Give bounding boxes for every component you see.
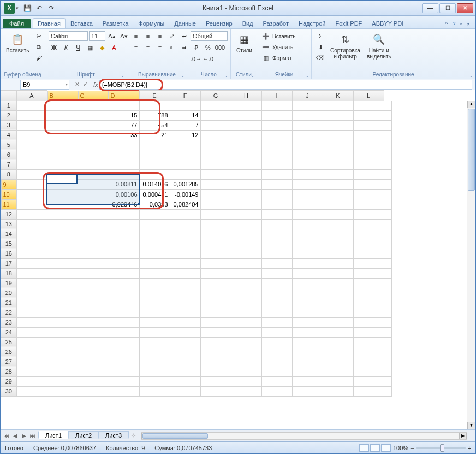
cell-D21[interactable] xyxy=(170,298,200,308)
cell-C19[interactable] xyxy=(139,278,170,288)
cell-D18[interactable] xyxy=(170,268,200,278)
percent-icon[interactable]: % xyxy=(203,43,213,52)
cell-E27[interactable] xyxy=(200,357,231,367)
cell-I26[interactable] xyxy=(323,347,353,357)
cell-E4[interactable] xyxy=(200,130,231,140)
cell-A27[interactable] xyxy=(16,357,47,367)
cell-K28[interactable] xyxy=(384,367,388,376)
cell-J20[interactable] xyxy=(353,288,384,298)
cell-G7[interactable] xyxy=(261,160,292,169)
cell-A10[interactable] xyxy=(16,190,47,199)
cell-B20[interactable] xyxy=(47,288,139,298)
cell-D8[interactable] xyxy=(170,169,200,179)
indent-dec-icon[interactable]: ⇤ xyxy=(166,43,177,52)
cell-D9[interactable]: 0,001285 xyxy=(170,179,200,190)
cell-A18[interactable] xyxy=(16,268,47,278)
horizontal-scrollbar[interactable]: ◀ ▶ xyxy=(141,432,467,440)
view-layout-icon[interactable] xyxy=(370,444,380,452)
qat-dropdown-icon[interactable]: ▾ xyxy=(16,5,19,11)
font-name-select[interactable]: Calibri xyxy=(49,31,88,41)
align-middle-icon[interactable]: ≡ xyxy=(142,31,153,41)
cell-J8[interactable] xyxy=(353,169,384,179)
cell-E8[interactable] xyxy=(200,169,231,179)
cell-G13[interactable] xyxy=(261,219,292,229)
cell-J2[interactable] xyxy=(353,110,384,120)
cell-J7[interactable] xyxy=(353,160,384,169)
cell-I12[interactable] xyxy=(323,209,353,219)
cut-icon[interactable]: ✂ xyxy=(33,31,44,41)
cell-L12[interactable] xyxy=(388,209,391,219)
cell-G3[interactable] xyxy=(261,120,292,130)
grow-font-icon[interactable]: A▴ xyxy=(106,31,117,41)
col-header-E[interactable]: E xyxy=(139,91,170,101)
cell-E11[interactable] xyxy=(200,199,231,210)
cell-L9[interactable] xyxy=(388,179,391,190)
cell-F11[interactable] xyxy=(231,199,261,210)
cell-F29[interactable] xyxy=(231,376,261,386)
cell-K11[interactable] xyxy=(384,199,388,210)
cell-K10[interactable] xyxy=(384,190,388,199)
row-header-23[interactable]: 23 xyxy=(1,317,17,327)
cell-H28[interactable] xyxy=(292,367,323,376)
cell-E12[interactable] xyxy=(200,209,231,219)
decrease-decimal-icon[interactable]: ←.0 xyxy=(203,54,213,64)
cell-C10[interactable]: 0,000431 xyxy=(139,190,170,199)
cell-K5[interactable] xyxy=(384,140,388,150)
cell-H12[interactable] xyxy=(292,209,323,219)
row-header-24[interactable]: 24 xyxy=(1,327,17,337)
cell-H18[interactable] xyxy=(292,268,323,278)
col-header-L[interactable]: L xyxy=(353,91,384,101)
cell-D1[interactable] xyxy=(170,101,200,110)
align-top-icon[interactable]: ≡ xyxy=(130,31,141,41)
cell-H6[interactable] xyxy=(292,150,323,160)
cell-G11[interactable] xyxy=(261,199,292,210)
zoom-level[interactable]: 100% xyxy=(393,445,408,451)
insert-cells-icon[interactable]: ➕ xyxy=(260,31,271,41)
italic-button[interactable]: К xyxy=(61,43,72,52)
cell-F21[interactable] xyxy=(231,298,261,308)
cell-H27[interactable] xyxy=(292,357,323,367)
cell-A13[interactable] xyxy=(16,219,47,229)
cell-E20[interactable] xyxy=(200,288,231,298)
tab-formulas[interactable]: Формулы xyxy=(133,18,169,28)
cell-A4[interactable] xyxy=(16,130,47,140)
cell-F24[interactable] xyxy=(231,327,261,337)
cell-E10[interactable] xyxy=(200,190,231,199)
cell-I29[interactable] xyxy=(323,376,353,386)
fill-icon[interactable]: ⬇ xyxy=(315,42,326,52)
cell-I15[interactable] xyxy=(323,239,353,249)
cell-D24[interactable] xyxy=(170,327,200,337)
cell-A19[interactable] xyxy=(16,278,47,288)
cell-B7[interactable] xyxy=(47,160,139,169)
cell-D17[interactable] xyxy=(170,258,200,268)
border-icon[interactable]: ▦ xyxy=(85,43,96,52)
cell-J14[interactable] xyxy=(353,229,384,239)
cell-J1[interactable] xyxy=(353,101,384,110)
cell-B11[interactable]: 0,020446 xyxy=(47,199,139,210)
cell-F26[interactable] xyxy=(231,347,261,357)
autosum-icon[interactable]: Σ xyxy=(315,31,326,41)
cell-I3[interactable] xyxy=(323,120,353,130)
cell-F19[interactable] xyxy=(231,278,261,288)
cell-H25[interactable] xyxy=(292,337,323,347)
cell-F3[interactable] xyxy=(231,120,261,130)
row-header-22[interactable]: 22 xyxy=(1,308,17,317)
file-tab[interactable]: Файл xyxy=(3,19,31,28)
cell-J16[interactable] xyxy=(353,249,384,258)
cell-K12[interactable] xyxy=(384,209,388,219)
cell-K29[interactable] xyxy=(384,376,388,386)
cell-A23[interactable] xyxy=(16,317,47,327)
cell-J30[interactable] xyxy=(353,386,384,396)
cell-I7[interactable] xyxy=(323,160,353,169)
cell-D12[interactable] xyxy=(170,209,200,219)
col-header-C[interactable]: C xyxy=(78,91,109,101)
cell-L10[interactable] xyxy=(388,190,391,199)
cell-B23[interactable] xyxy=(47,317,139,327)
cell-C25[interactable] xyxy=(139,337,170,347)
cell-C21[interactable] xyxy=(139,298,170,308)
row-header-25[interactable]: 25 xyxy=(1,337,17,347)
sheet-tab-1[interactable]: Лист1 xyxy=(38,431,69,439)
cell-K1[interactable] xyxy=(384,101,388,110)
font-color-icon[interactable]: A xyxy=(109,43,120,52)
cell-H10[interactable] xyxy=(292,190,323,199)
